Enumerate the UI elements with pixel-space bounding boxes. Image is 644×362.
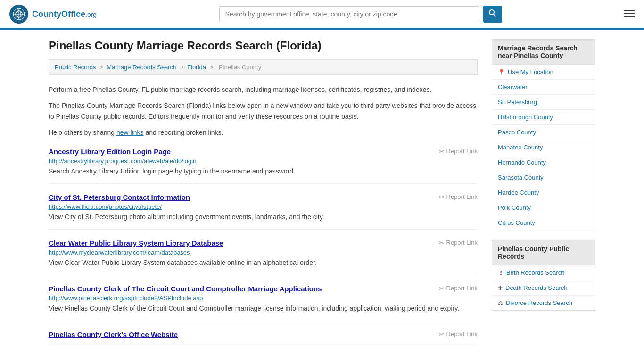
- report-link-1[interactable]: ✂ Report Link: [439, 193, 478, 201]
- report-label-0: Report Link: [446, 148, 478, 155]
- public-records-header: Pinellas County Public Records: [492, 240, 595, 265]
- result-item: ✂ Report Link Pinellas County Clerk's Of…: [49, 330, 478, 346]
- report-icon-2: ✂: [439, 239, 445, 247]
- report-link-4[interactable]: ✂ Report Link: [439, 330, 478, 338]
- report-icon-3: ✂: [439, 285, 445, 292]
- nearby-link-9[interactable]: Polk County: [498, 204, 531, 211]
- nearby-link-1[interactable]: Clearwater: [498, 83, 528, 90]
- desc-3-prefix: Help others by sharing: [49, 129, 116, 136]
- svg-point-5: [489, 10, 494, 15]
- nearby-item: Sarasota County: [492, 170, 595, 185]
- nearby-link-10[interactable]: Citrus County: [498, 219, 535, 226]
- result-url-3[interactable]: http://www.pinellasclerk.org/aspInclude2…: [49, 295, 478, 302]
- public-record-item: 🕯Birth Records Search: [492, 265, 595, 280]
- breadcrumb-florida[interactable]: Florida: [187, 64, 206, 71]
- nearby-item: Clearwater: [492, 80, 595, 95]
- nearby-link-7[interactable]: Sarasota County: [498, 174, 544, 181]
- description: Perform a free Pinellas County, FL publi…: [49, 84, 478, 138]
- public-record-link-0[interactable]: Birth Records Search: [506, 269, 565, 276]
- report-link-0[interactable]: ✂ Report Link: [439, 148, 478, 155]
- nearby-item: St. Petersburg: [492, 95, 595, 110]
- result-item: ✂ Report Link City of St. Petersburg Con…: [49, 193, 478, 230]
- public-record-link-1[interactable]: Death Records Search: [505, 284, 568, 291]
- nearby-link-3[interactable]: Hillsborough County: [498, 114, 553, 121]
- desc-3: Help others by sharing new links and rep…: [49, 127, 478, 138]
- report-link-3[interactable]: ✂ Report Link: [439, 285, 478, 292]
- sidebar: Marriage Records Search near Pinellas Co…: [492, 39, 595, 346]
- report-icon-4: ✂: [439, 330, 445, 338]
- nearby-item: Hernando County: [492, 155, 595, 170]
- report-label-4: Report Link: [446, 330, 478, 337]
- svg-rect-9: [624, 16, 635, 17]
- svg-rect-7: [624, 10, 635, 11]
- desc-3-suffix: and reporting broken links.: [144, 129, 223, 136]
- logo-text: CountyOffice.org: [32, 9, 97, 19]
- nearby-item: 📍Use My Location: [492, 65, 595, 80]
- result-item: ✂ Report Link Ancestry Library Edition L…: [49, 148, 478, 184]
- nearby-item: Citrus County: [492, 215, 595, 230]
- public-records-section: Pinellas County Public Records 🕯Birth Re…: [492, 240, 595, 311]
- nearby-item: Hardee County: [492, 185, 595, 200]
- logo-area: CountyOffice.org: [9, 5, 97, 24]
- result-desc-1: View City of St. Petersburg photo album …: [49, 212, 478, 222]
- nearby-link-8[interactable]: Hardee County: [498, 189, 539, 196]
- nearby-item: Polk County: [492, 200, 595, 215]
- breadcrumb-sep2: >: [180, 64, 185, 71]
- breadcrumb-marriage[interactable]: Marriage Records Search: [107, 64, 176, 71]
- report-link-2[interactable]: ✂ Report Link: [439, 239, 478, 247]
- nearby-link-4[interactable]: Pasco County: [498, 129, 536, 136]
- nearby-link-5[interactable]: Manatee County: [498, 144, 543, 151]
- content-area: Pinellas County Marriage Records Search …: [49, 39, 478, 346]
- search-input[interactable]: [219, 6, 479, 22]
- public-record-link-2[interactable]: Divorce Records Search: [506, 299, 572, 306]
- page-title: Pinellas County Marriage Records Search …: [49, 39, 478, 52]
- result-title-4[interactable]: Pinellas County Clerk's Office Website: [49, 330, 178, 338]
- public-records-list: 🕯Birth Records Search✚Death Records Sear…: [492, 265, 595, 311]
- menu-button[interactable]: [624, 8, 635, 20]
- nearby-item: Manatee County: [492, 140, 595, 155]
- breadcrumb-sep1: >: [99, 64, 105, 71]
- svg-rect-8: [624, 13, 635, 15]
- search-area: [219, 6, 502, 23]
- breadcrumb: Public Records > Marriage Records Search…: [49, 59, 478, 75]
- result-url-1[interactable]: https://www.flickr.com/photos/cityofstpe…: [49, 203, 478, 210]
- logo-icon: [9, 5, 28, 24]
- result-url-2[interactable]: http://www.myclearwaterlibrary.com/learn…: [49, 249, 478, 256]
- desc-2: The Pinellas County Marriage Records Sea…: [49, 100, 478, 122]
- result-title-1[interactable]: City of St. Petersburg Contact Informati…: [49, 193, 190, 201]
- search-button[interactable]: [483, 6, 502, 23]
- result-title-0[interactable]: Ancestry Library Edition Login Page: [49, 148, 171, 156]
- nearby-header: Marriage Records Search near Pinellas Co…: [492, 39, 595, 65]
- header: CountyOffice.org: [0, 0, 644, 30]
- main-wrapper: Pinellas County Marriage Records Search …: [39, 30, 605, 355]
- result-title-3[interactable]: Pinellas County Clerk of The Circuit Cou…: [49, 285, 322, 293]
- logo-county: County: [32, 9, 61, 19]
- result-desc-2: View Clear Water Public Library System d…: [49, 258, 478, 268]
- report-label-3: Report Link: [446, 285, 478, 292]
- use-my-location[interactable]: Use My Location: [508, 68, 553, 75]
- result-item: ✂ Report Link Clear Water Public Library…: [49, 239, 478, 275]
- report-label-1: Report Link: [446, 193, 478, 200]
- breadcrumb-public-records[interactable]: Public Records: [55, 64, 96, 71]
- public-record-icon-2: ⚖: [498, 300, 503, 306]
- nearby-link-2[interactable]: St. Petersburg: [498, 99, 537, 106]
- result-url-0[interactable]: http://ancestrylibrary.proquest.com/alew…: [49, 157, 478, 165]
- nearby-section: Marriage Records Search near Pinellas Co…: [492, 39, 595, 230]
- svg-line-6: [494, 14, 496, 16]
- breadcrumb-sep3: >: [210, 64, 215, 71]
- nearby-link-6[interactable]: Hernando County: [498, 159, 546, 166]
- public-record-icon-0: 🕯: [498, 270, 504, 276]
- public-record-item: ⚖Divorce Records Search: [492, 296, 595, 310]
- result-title-2[interactable]: Clear Water Public Library System Librar…: [49, 239, 223, 247]
- breadcrumb-current: Pinellas County: [219, 64, 261, 71]
- public-record-icon-1: ✚: [498, 285, 503, 291]
- report-label-2: Report Link: [446, 239, 478, 246]
- new-links[interactable]: new links: [116, 129, 144, 136]
- nearby-item: Hillsborough County: [492, 110, 595, 125]
- report-icon-1: ✂: [439, 193, 445, 201]
- report-icon-0: ✂: [439, 148, 445, 155]
- result-item: ✂ Report Link Pinellas County Clerk of T…: [49, 285, 478, 321]
- result-desc-3: View Pinellas County Clerk of the Circui…: [49, 304, 478, 313]
- public-record-item: ✚Death Records Search: [492, 280, 595, 296]
- desc-1: Perform a free Pinellas County, FL publi…: [49, 84, 478, 95]
